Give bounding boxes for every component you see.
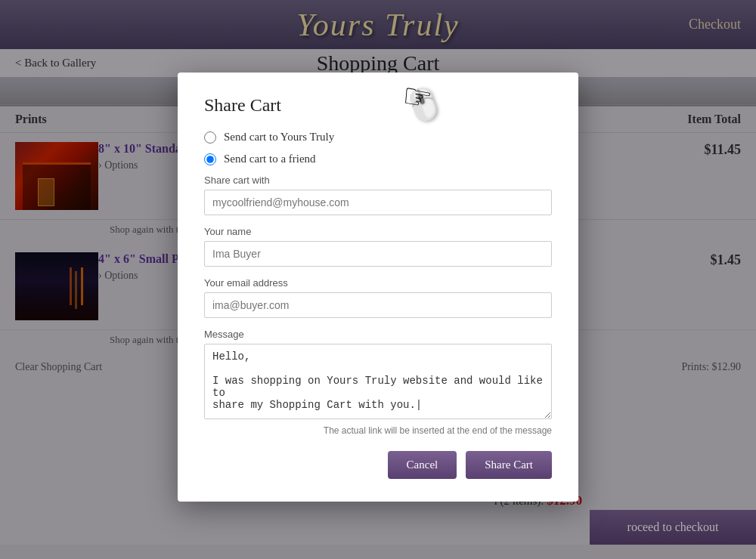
send-friend-radio[interactable] (204, 153, 216, 165)
send-yours-truly-label: Send cart to Yours Truly (224, 131, 334, 144)
email-input[interactable] (204, 292, 552, 318)
message-textarea[interactable]: Hello, I was shopping on Yours Truly web… (204, 344, 552, 419)
your-name-label: Your name (204, 226, 552, 237)
email-label: Your email address (204, 277, 552, 289)
pointer-hand-cursor: ☞ (399, 79, 434, 117)
your-name-input[interactable] (204, 241, 552, 267)
modal-buttons: Cancel Share Cart (204, 451, 552, 479)
send-friend-label: Send cart to a friend (224, 153, 316, 165)
modal-overlay: Share Cart Send cart to Yours Truly Send… (0, 0, 756, 559)
send-yours-truly-radio[interactable] (204, 131, 216, 144)
share-with-input[interactable] (204, 190, 552, 215)
your-name-group: Your name (204, 226, 552, 267)
send-to-friend-option[interactable]: Send cart to a friend (204, 153, 552, 165)
share-with-label: Share cart with (204, 174, 552, 186)
share-cart-modal: Share Cart Send cart to Yours Truly Send… (178, 73, 578, 502)
modal-title: Share Cart (204, 95, 552, 116)
email-group: Your email address (204, 277, 552, 318)
message-group: Message Hello, I was shopping on Yours T… (204, 329, 552, 436)
message-label: Message (204, 329, 552, 340)
share-with-group: Share cart with (204, 174, 552, 215)
share-cart-button[interactable]: Share Cart (466, 451, 552, 479)
send-to-yours-truly-option[interactable]: Send cart to Yours Truly (204, 131, 552, 144)
cancel-button[interactable]: Cancel (388, 451, 457, 479)
link-note: The actual link will be inserted at the … (204, 425, 552, 436)
